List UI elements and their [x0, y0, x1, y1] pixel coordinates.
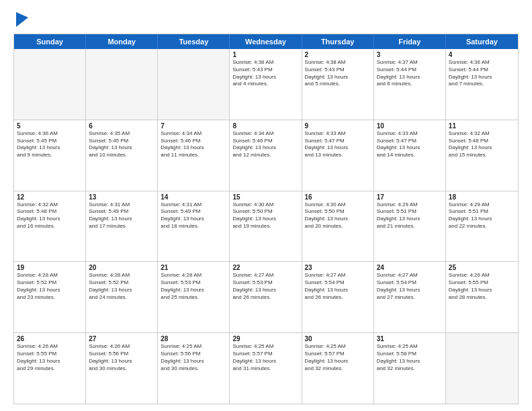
calendar-cell: 4Sunrise: 4:36 AM Sunset: 5:44 PM Daylig…	[446, 49, 518, 120]
logo-icon	[16, 12, 28, 27]
calendar-cell: 8Sunrise: 4:34 AM Sunset: 5:46 PM Daylig…	[230, 120, 302, 191]
day-number: 18	[449, 193, 515, 201]
calendar-cell: 1Sunrise: 4:38 AM Sunset: 5:43 PM Daylig…	[230, 49, 302, 120]
calendar-cell: 24Sunrise: 4:27 AM Sunset: 5:54 PM Dayli…	[374, 262, 446, 332]
day-number: 9	[305, 122, 371, 130]
day-number: 1	[232, 51, 298, 58]
cell-info: Sunrise: 4:34 AM Sunset: 5:46 PM Dayligh…	[161, 130, 226, 159]
calendar-cell	[158, 49, 230, 120]
calendar-cell: 3Sunrise: 4:37 AM Sunset: 5:44 PM Daylig…	[374, 49, 446, 120]
cell-info: Sunrise: 4:30 AM Sunset: 5:50 PM Dayligh…	[232, 201, 298, 230]
calendar-cell: 20Sunrise: 4:28 AM Sunset: 5:52 PM Dayli…	[86, 262, 158, 332]
day-number: 3	[377, 51, 443, 58]
calendar-cell: 10Sunrise: 4:33 AM Sunset: 5:47 PM Dayli…	[374, 120, 446, 191]
day-number: 28	[161, 335, 226, 342]
calendar-cell	[14, 49, 86, 120]
day-number: 12	[17, 193, 83, 201]
cell-info: Sunrise: 4:35 AM Sunset: 5:45 PM Dayligh…	[89, 130, 154, 159]
cell-info: Sunrise: 4:31 AM Sunset: 5:49 PM Dayligh…	[161, 201, 226, 230]
cell-info: Sunrise: 4:25 AM Sunset: 5:57 PM Dayligh…	[232, 343, 298, 372]
page: SundayMondayTuesdayWednesdayThursdayFrid…	[0, 0, 532, 411]
day-number: 7	[161, 122, 226, 130]
calendar-row-5: 26Sunrise: 4:26 AM Sunset: 5:55 PM Dayli…	[14, 333, 518, 404]
day-number: 10	[377, 122, 443, 130]
cell-info: Sunrise: 4:25 AM Sunset: 5:56 PM Dayligh…	[161, 343, 226, 372]
cell-info: Sunrise: 4:36 AM Sunset: 5:45 PM Dayligh…	[17, 130, 83, 159]
cell-info: Sunrise: 4:29 AM Sunset: 5:51 PM Dayligh…	[377, 201, 443, 230]
header-cell-sunday: Sunday	[14, 34, 86, 49]
calendar-cell: 11Sunrise: 4:32 AM Sunset: 5:48 PM Dayli…	[446, 120, 518, 191]
day-number: 8	[232, 122, 298, 130]
cell-info: Sunrise: 4:31 AM Sunset: 5:49 PM Dayligh…	[89, 201, 154, 230]
cell-info: Sunrise: 4:34 AM Sunset: 5:46 PM Dayligh…	[232, 130, 298, 159]
cell-info: Sunrise: 4:26 AM Sunset: 5:55 PM Dayligh…	[17, 343, 83, 372]
calendar-cell: 29Sunrise: 4:25 AM Sunset: 5:57 PM Dayli…	[230, 333, 302, 404]
calendar-cell: 17Sunrise: 4:29 AM Sunset: 5:51 PM Dayli…	[374, 191, 446, 262]
day-number: 30	[305, 335, 371, 342]
calendar-cell: 14Sunrise: 4:31 AM Sunset: 5:49 PM Dayli…	[158, 191, 230, 262]
day-number: 17	[377, 193, 443, 201]
calendar-cell: 25Sunrise: 4:26 AM Sunset: 5:55 PM Dayli…	[446, 262, 518, 332]
header-cell-friday: Friday	[374, 34, 446, 49]
cell-info: Sunrise: 4:33 AM Sunset: 5:47 PM Dayligh…	[305, 130, 371, 159]
cell-info: Sunrise: 4:28 AM Sunset: 5:53 PM Dayligh…	[161, 272, 226, 301]
svg-marker-0	[16, 12, 28, 27]
header-cell-wednesday: Wednesday	[230, 34, 302, 49]
cell-info: Sunrise: 4:28 AM Sunset: 5:52 PM Dayligh…	[89, 272, 154, 301]
calendar-cell: 31Sunrise: 4:25 AM Sunset: 5:58 PM Dayli…	[374, 333, 446, 404]
cell-info: Sunrise: 4:28 AM Sunset: 5:52 PM Dayligh…	[17, 272, 83, 301]
day-number: 23	[305, 264, 371, 271]
cell-info: Sunrise: 4:25 AM Sunset: 5:57 PM Dayligh…	[305, 343, 371, 372]
cell-info: Sunrise: 4:30 AM Sunset: 5:50 PM Dayligh…	[305, 201, 371, 230]
day-number: 24	[377, 264, 443, 271]
calendar-cell: 19Sunrise: 4:28 AM Sunset: 5:52 PM Dayli…	[14, 262, 86, 332]
day-number: 5	[17, 122, 83, 130]
day-number: 25	[449, 264, 515, 271]
cell-info: Sunrise: 4:26 AM Sunset: 5:56 PM Dayligh…	[89, 343, 154, 372]
calendar-cell: 7Sunrise: 4:34 AM Sunset: 5:46 PM Daylig…	[158, 120, 230, 191]
day-number: 26	[17, 335, 83, 342]
logo	[13, 12, 28, 27]
calendar-cell: 12Sunrise: 4:32 AM Sunset: 5:48 PM Dayli…	[14, 191, 86, 262]
calendar-cell: 2Sunrise: 4:38 AM Sunset: 5:43 PM Daylig…	[302, 49, 374, 120]
calendar-cell: 21Sunrise: 4:28 AM Sunset: 5:53 PM Dayli…	[158, 262, 230, 332]
day-number: 2	[305, 51, 371, 58]
cell-info: Sunrise: 4:38 AM Sunset: 5:43 PM Dayligh…	[232, 59, 298, 88]
cell-info: Sunrise: 4:27 AM Sunset: 5:54 PM Dayligh…	[377, 272, 443, 301]
calendar-cell: 15Sunrise: 4:30 AM Sunset: 5:50 PM Dayli…	[230, 191, 302, 262]
cell-info: Sunrise: 4:32 AM Sunset: 5:48 PM Dayligh…	[17, 201, 83, 230]
header-cell-saturday: Saturday	[446, 34, 518, 49]
cell-info: Sunrise: 4:26 AM Sunset: 5:55 PM Dayligh…	[449, 272, 515, 301]
calendar-row-1: 1Sunrise: 4:38 AM Sunset: 5:43 PM Daylig…	[14, 49, 518, 120]
header-cell-thursday: Thursday	[302, 34, 374, 49]
day-number: 14	[161, 193, 226, 201]
calendar-cell: 13Sunrise: 4:31 AM Sunset: 5:49 PM Dayli…	[86, 191, 158, 262]
cell-info: Sunrise: 4:38 AM Sunset: 5:43 PM Dayligh…	[305, 59, 371, 88]
day-number: 11	[449, 122, 515, 130]
calendar-cell: 5Sunrise: 4:36 AM Sunset: 5:45 PM Daylig…	[14, 120, 86, 191]
calendar-cell: 27Sunrise: 4:26 AM Sunset: 5:56 PM Dayli…	[86, 333, 158, 404]
calendar-body: 1Sunrise: 4:38 AM Sunset: 5:43 PM Daylig…	[14, 49, 518, 404]
day-number: 16	[305, 193, 371, 201]
cell-info: Sunrise: 4:29 AM Sunset: 5:51 PM Dayligh…	[449, 201, 515, 230]
day-number: 6	[89, 122, 154, 130]
calendar-cell	[86, 49, 158, 120]
calendar-header: SundayMondayTuesdayWednesdayThursdayFrid…	[14, 34, 518, 49]
calendar-cell: 22Sunrise: 4:27 AM Sunset: 5:53 PM Dayli…	[230, 262, 302, 332]
cell-info: Sunrise: 4:33 AM Sunset: 5:47 PM Dayligh…	[377, 130, 443, 159]
day-number: 29	[232, 335, 298, 342]
calendar-cell: 16Sunrise: 4:30 AM Sunset: 5:50 PM Dayli…	[302, 191, 374, 262]
cell-info: Sunrise: 4:25 AM Sunset: 5:58 PM Dayligh…	[377, 343, 443, 372]
calendar-row-4: 19Sunrise: 4:28 AM Sunset: 5:52 PM Dayli…	[14, 262, 518, 333]
cell-info: Sunrise: 4:27 AM Sunset: 5:54 PM Dayligh…	[305, 272, 371, 301]
header	[13, 12, 519, 27]
day-number: 13	[89, 193, 154, 201]
day-number: 19	[17, 264, 83, 271]
cell-info: Sunrise: 4:36 AM Sunset: 5:44 PM Dayligh…	[449, 59, 515, 88]
cell-info: Sunrise: 4:37 AM Sunset: 5:44 PM Dayligh…	[377, 59, 443, 88]
calendar-cell: 6Sunrise: 4:35 AM Sunset: 5:45 PM Daylig…	[86, 120, 158, 191]
calendar-cell	[446, 333, 518, 404]
day-number: 4	[449, 51, 515, 58]
calendar-cell: 26Sunrise: 4:26 AM Sunset: 5:55 PM Dayli…	[14, 333, 86, 404]
calendar-cell: 28Sunrise: 4:25 AM Sunset: 5:56 PM Dayli…	[158, 333, 230, 404]
